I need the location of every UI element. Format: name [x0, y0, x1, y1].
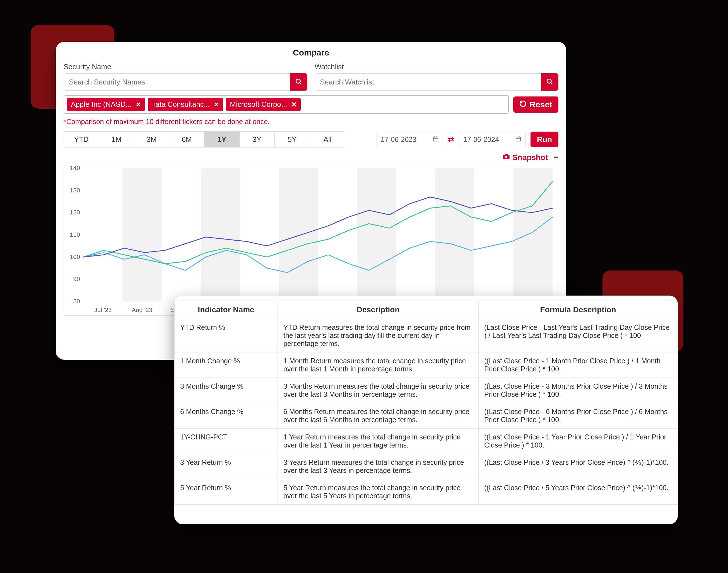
svg-text:100: 100	[70, 254, 80, 260]
snapshot-label: Snapshot	[513, 153, 548, 162]
cell-name: 6 Months Change %	[175, 403, 278, 428]
table-header-row: Indicator Name Description Formula Descr…	[175, 301, 678, 319]
chips-row: Apple Inc (NASD...✕Tata Consultanc...✕Mi…	[63, 95, 559, 114]
page-title: Compare	[63, 48, 559, 57]
table-row: 1Y-CHNG-PCT 1 Year Return measures the t…	[175, 428, 678, 454]
date-from-value: 17-06-2023	[381, 136, 417, 144]
table-row: 5 Year Return % 5 Year Return measures t…	[175, 479, 678, 505]
run-button[interactable]: Run	[531, 132, 559, 147]
date-to-input[interactable]: 17-06-2024	[459, 132, 526, 147]
chips-container: Apple Inc (NASD...✕Tata Consultanc...✕Mi…	[63, 95, 509, 114]
cell-formula: ((Last Close Price - 3 Months Prior Clos…	[479, 378, 678, 403]
cell-name: YTD Return %	[175, 319, 278, 353]
svg-text:140: 140	[70, 165, 80, 171]
date-to-value: 17-06-2024	[463, 136, 499, 144]
range-5y[interactable]: 5Y	[275, 132, 310, 147]
svg-rect-13	[123, 168, 161, 301]
svg-text:Aug '23: Aug '23	[132, 306, 152, 313]
table-row: 3 Months Change % 3 Months Return measur…	[175, 378, 678, 403]
svg-point-2	[547, 79, 551, 83]
col-formula: Formula Description	[479, 301, 678, 319]
cell-formula: ((Last Close Price - 6 Months Prior Clos…	[479, 403, 678, 428]
cell-desc: YTD Return measures the total change in …	[278, 319, 479, 353]
watchlist-search-block: Watchlist	[314, 62, 559, 91]
svg-rect-4	[433, 137, 438, 141]
search-icon	[295, 78, 302, 86]
security-label: Security Name	[63, 62, 307, 71]
table-row: 1 Month Change % 1 Month Return measures…	[175, 353, 678, 378]
cell-name: 3 Year Return %	[175, 454, 278, 479]
cell-desc: 3 Months Return measures the total chang…	[278, 378, 479, 403]
calendar-icon	[515, 136, 521, 144]
svg-rect-17	[435, 168, 475, 301]
exchange-icon: ⇄	[448, 135, 454, 144]
range-ytd[interactable]: YTD	[64, 132, 99, 147]
svg-rect-14	[201, 168, 240, 301]
table-row: YTD Return % YTD Return measures the tot…	[175, 319, 678, 353]
col-description: Description	[278, 301, 479, 319]
table-row: 3 Year Return % 3 Years Return measures …	[175, 454, 678, 479]
security-search-input[interactable]	[63, 73, 290, 91]
svg-line-3	[550, 83, 552, 85]
cell-name: 5 Year Return %	[175, 479, 278, 505]
cell-desc: 6 Months Return measures the total chang…	[278, 403, 479, 428]
svg-text:120: 120	[70, 209, 80, 216]
cell-formula: (Last Close Price - Last Year's Last Tra…	[479, 319, 678, 353]
security-search-button[interactable]	[290, 73, 307, 91]
indicators-table: Indicator Name Description Formula Descr…	[174, 301, 678, 505]
range-3m[interactable]: 3M	[134, 132, 169, 147]
svg-text:110: 110	[70, 231, 80, 238]
ticker-chip[interactable]: Microsoft Corpo...✕	[226, 98, 300, 111]
date-from-input[interactable]: 17-06-2023	[377, 132, 443, 147]
range-all[interactable]: All	[310, 132, 345, 147]
reset-button[interactable]: Reset	[513, 97, 559, 113]
cell-desc: 5 Year Return measures the total change …	[278, 479, 479, 505]
cell-name: 3 Months Change %	[175, 378, 278, 403]
cell-formula: ((Last Close Price - 1 Month Prior Close…	[479, 353, 678, 378]
watchlist-search-input[interactable]	[314, 73, 541, 91]
cell-desc: 1 Year Return measures the total change …	[278, 428, 479, 454]
calendar-icon	[433, 136, 439, 144]
chip-label: Apple Inc (NASD...	[71, 100, 132, 109]
cell-formula: ((Last Close Price / 5 Years Prior Close…	[479, 479, 678, 505]
ticker-chip[interactable]: Apple Inc (NASD...✕	[67, 98, 145, 111]
reset-icon	[519, 100, 527, 109]
indicators-table-card: Indicator Name Description Formula Descr…	[174, 296, 678, 524]
chart-menu-icon[interactable]: ≡	[553, 153, 559, 162]
chip-label: Tata Consultanc...	[152, 100, 210, 109]
svg-rect-15	[279, 168, 318, 301]
close-icon[interactable]: ✕	[136, 101, 141, 108]
close-icon[interactable]: ✕	[214, 101, 219, 108]
cell-desc: 3 Years Return measures the total change…	[278, 454, 479, 479]
table-row: 6 Months Change % 6 Months Return measur…	[175, 403, 678, 428]
search-row: Security Name Watchlist	[63, 62, 559, 91]
svg-rect-16	[357, 168, 396, 301]
ticker-chip[interactable]: Tata Consultanc...✕	[148, 98, 223, 111]
range-1m[interactable]: 1M	[99, 132, 134, 147]
svg-point-0	[296, 79, 300, 83]
snapshot-button[interactable]: Snapshot	[502, 153, 548, 162]
cell-formula: ((Last Close Price / 3 Years Prior Close…	[479, 454, 678, 479]
snapshot-row: Snapshot ≡	[63, 153, 559, 162]
range-1y[interactable]: 1Y	[204, 132, 240, 147]
svg-point-12	[505, 156, 507, 158]
svg-line-1	[300, 83, 301, 85]
svg-text:90: 90	[74, 276, 80, 283]
col-indicator-name: Indicator Name	[175, 301, 278, 319]
svg-text:Jul '23: Jul '23	[94, 306, 112, 313]
cell-name: 1 Month Change %	[175, 353, 278, 378]
comparison-chart[interactable]: 8090100110120130140Jul '23Aug '23Sep '23…	[63, 165, 559, 316]
reset-label: Reset	[529, 100, 552, 109]
range-3y[interactable]: 3Y	[240, 132, 275, 147]
cell-name: 1Y-CHNG-PCT	[175, 428, 278, 454]
camera-icon	[502, 153, 510, 162]
chip-label: Microsoft Corpo...	[230, 100, 287, 109]
cell-formula: ((Last Close Price - 1 Year Prior Close …	[479, 428, 678, 454]
range-6m[interactable]: 6M	[169, 132, 204, 147]
watchlist-search-button[interactable]	[541, 73, 559, 91]
svg-text:80: 80	[74, 298, 80, 305]
close-icon[interactable]: ✕	[291, 101, 297, 108]
svg-rect-8	[516, 137, 521, 141]
max-tickers-note: *Comparison of maximum 10 different tick…	[63, 118, 559, 126]
watchlist-label: Watchlist	[314, 62, 559, 71]
